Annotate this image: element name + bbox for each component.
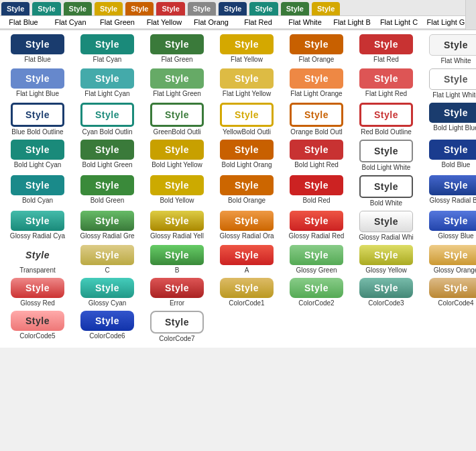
style-button-3-0[interactable]: Style — [11, 140, 64, 160]
style-button-0-0[interactable]: Style — [11, 34, 64, 54]
style-button-2-1[interactable]: Style — [80, 103, 134, 127]
style-button-4-3[interactable]: Style — [220, 175, 274, 195]
style-button-0-4[interactable]: Style — [290, 34, 343, 54]
cell-label-1-4: Flat Light Orange — [290, 90, 342, 97]
style-button-8-1[interactable]: Style — [80, 311, 134, 331]
style-button-3-6[interactable]: Style — [429, 140, 476, 160]
style-button-3-5[interactable]: Style — [359, 140, 413, 162]
tab-label-5[interactable]: Flat Red — [235, 16, 282, 28]
cell-8-0: StyleColorCode5 — [4, 311, 71, 342]
style-button-3-2[interactable]: Style — [150, 140, 204, 160]
cell-label-2-0: Blue Bold Outline — [11, 128, 63, 136]
style-button-3-1[interactable]: Style — [80, 140, 134, 160]
style-button-5-3[interactable]: Style — [220, 211, 274, 231]
tab-item-0[interactable]: Style — [1, 2, 29, 15]
tab-label-0[interactable]: Flat Blue — [0, 16, 47, 28]
style-button-6-0[interactable]: Style — [11, 245, 64, 265]
style-button-3-3[interactable]: Style — [220, 140, 274, 160]
style-button-0-1[interactable]: Style — [80, 34, 134, 54]
tab-item-6[interactable]: Style — [188, 2, 216, 15]
tab-item-9[interactable]: Style — [281, 2, 309, 15]
style-button-7-2[interactable]: Style — [150, 278, 204, 298]
style-button-6-6[interactable]: Style — [429, 245, 476, 265]
style-button-7-4[interactable]: Style — [290, 278, 343, 298]
style-button-5-4[interactable]: Style — [290, 211, 343, 231]
main-content: StyleFlat BlueStyleFlat CyanStyleFlat Gr… — [0, 30, 476, 348]
tab-label-6[interactable]: Flat White — [282, 16, 329, 28]
tab-item-1[interactable]: Style — [32, 2, 60, 15]
tab-item-4[interactable]: Style — [125, 2, 154, 15]
tab-label-8[interactable]: Flat Light C — [375, 16, 422, 28]
style-button-5-6[interactable]: Style — [429, 211, 476, 231]
style-button-1-1[interactable]: Style — [80, 68, 134, 89]
tab-label-1[interactable]: Flat Cyan — [47, 16, 94, 28]
cell-label-3-6: Bold Blue — [442, 161, 471, 168]
style-button-5-5[interactable]: Style — [359, 211, 413, 232]
cell-label-6-4: Glossy Green — [296, 266, 337, 274]
style-button-2-5[interactable]: Style — [359, 103, 413, 127]
tab-scroll-right[interactable] — [465, 0, 476, 30]
cell-label-7-5: ColorCode3 — [368, 299, 404, 307]
style-button-2-4[interactable]: Style — [290, 103, 343, 127]
cell-4-6: StyleGlossy Radial Blu — [422, 175, 476, 207]
cell-label-6-1: C — [105, 266, 109, 274]
style-button-3-4[interactable]: Style — [290, 140, 343, 160]
style-button-4-2[interactable]: Style — [150, 175, 204, 195]
style-button-6-1[interactable]: Style — [80, 245, 134, 265]
style-button-2-3[interactable]: Style — [220, 103, 274, 127]
style-button-1-6[interactable]: Style — [429, 68, 476, 90]
style-button-0-2[interactable]: Style — [150, 34, 204, 54]
cell-label-3-2: Bold Light Yellow — [152, 161, 202, 168]
tab-item-7[interactable]: Style — [219, 2, 247, 15]
cell-label-2-6: Bold Light Blue — [433, 124, 476, 132]
grid-row-3: StyleBold Light CyanStyleBold Light Gree… — [3, 138, 476, 172]
style-button-2-0[interactable]: Style — [11, 103, 64, 127]
style-button-6-3[interactable]: Style — [220, 245, 274, 265]
style-button-6-5[interactable]: Style — [359, 245, 413, 265]
tab-label-4[interactable]: Flat Orang — [188, 16, 235, 28]
style-button-8-0[interactable]: Style — [11, 311, 64, 331]
cell-2-1: StyleCyan Bold Outlin — [74, 103, 141, 136]
style-button-4-5[interactable]: Style — [359, 175, 413, 198]
style-button-7-6[interactable]: Style — [429, 278, 476, 298]
tab-item-5[interactable]: Style — [156, 2, 184, 15]
tab-label-2[interactable]: Flat Green — [94, 16, 141, 28]
cell-label-2-3: YellowBold Outli — [223, 128, 271, 136]
style-button-5-1[interactable]: Style — [80, 211, 134, 231]
style-button-2-6[interactable]: Style — [429, 103, 476, 123]
style-button-0-3[interactable]: Style — [220, 34, 274, 54]
tab-item-2[interactable]: Style — [64, 2, 92, 15]
style-button-4-4[interactable]: Style — [290, 175, 343, 195]
style-button-7-5[interactable]: Style — [359, 278, 413, 298]
main-container: StyleStyleStyleStyleStyleStyleStyleStyle… — [0, 0, 476, 348]
tab-label-9[interactable]: Flat Light G — [422, 16, 465, 28]
style-button-0-6[interactable]: Style — [429, 34, 476, 56]
style-button-5-2[interactable]: Style — [150, 211, 204, 231]
style-button-1-4[interactable]: Style — [290, 68, 343, 89]
grid-row-5: StyleGlossy Radial CyaStyleGlossy Radial… — [3, 209, 476, 242]
tab-label-3[interactable]: Flat Yellow — [141, 16, 188, 28]
style-button-0-5[interactable]: Style — [359, 34, 413, 54]
style-button-6-4[interactable]: Style — [290, 245, 343, 265]
style-button-4-0[interactable]: Style — [11, 175, 64, 195]
style-button-7-1[interactable]: Style — [80, 278, 134, 298]
style-button-7-0[interactable]: Style — [11, 278, 64, 298]
style-button-7-3[interactable]: Style — [220, 278, 274, 298]
cell-1-5: StyleFlat Light Red — [353, 68, 420, 99]
tab-label-7[interactable]: Flat Light B — [329, 16, 375, 28]
cell-7-4: StyleColorCode2 — [283, 278, 350, 307]
style-button-8-2[interactable]: Style — [150, 311, 204, 334]
tab-item-10[interactable]: Style — [312, 2, 340, 15]
tab-item-8[interactable]: Style — [249, 2, 278, 15]
style-button-1-5[interactable]: Style — [359, 68, 413, 89]
style-button-6-2[interactable]: Style — [150, 245, 204, 265]
style-button-4-6[interactable]: Style — [429, 175, 476, 195]
style-button-2-2[interactable]: Style — [150, 103, 204, 127]
style-button-4-1[interactable]: Style — [80, 175, 134, 195]
style-button-1-2[interactable]: Style — [150, 68, 204, 89]
tab-item-3[interactable]: Style — [95, 2, 123, 15]
style-button-5-0[interactable]: Style — [11, 211, 64, 231]
style-button-1-3[interactable]: Style — [220, 68, 274, 89]
style-button-1-0[interactable]: Style — [11, 68, 64, 89]
cell-label-4-3: Bold Orange — [228, 197, 265, 204]
